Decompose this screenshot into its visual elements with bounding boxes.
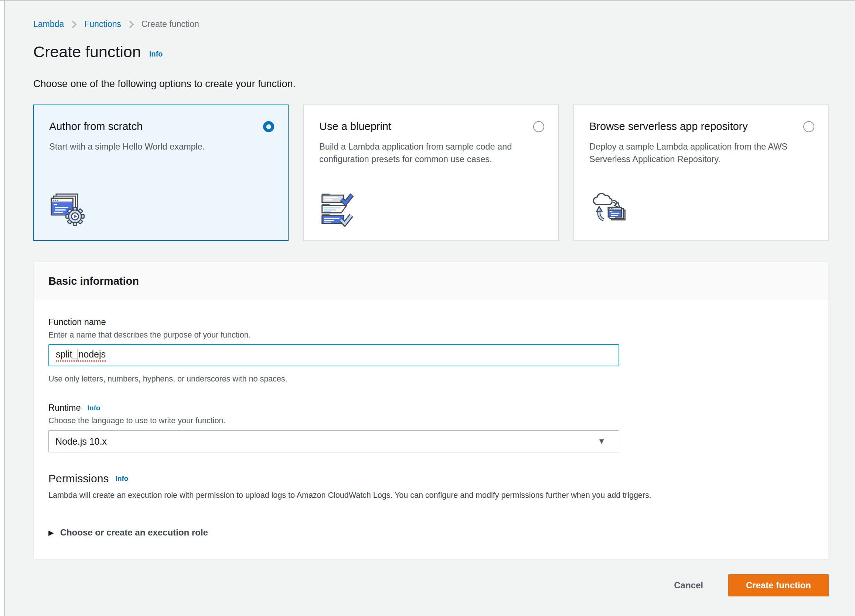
panel-body: Function name Enter a name that describe… bbox=[34, 300, 828, 559]
chevron-right-icon bbox=[71, 20, 77, 29]
card-title: Use a blueprint bbox=[319, 121, 391, 133]
permissions-info-link[interactable]: Info bbox=[115, 475, 128, 483]
page-subtitle: Choose one of the following options to c… bbox=[33, 78, 829, 90]
page-header: Create function Info bbox=[33, 43, 829, 61]
breadcrumb-current: Create function bbox=[141, 19, 199, 29]
create-function-button[interactable]: Create function bbox=[728, 574, 829, 596]
runtime-label: Runtime bbox=[48, 403, 81, 413]
title-info-link[interactable]: Info bbox=[149, 50, 163, 61]
card-use-a-blueprint[interactable]: Use a blueprint Build a Lambda applicati… bbox=[303, 104, 559, 241]
page-title: Create function bbox=[33, 43, 141, 61]
execution-role-expander-label: Choose or create an execution role bbox=[60, 527, 208, 538]
card-title: Browse serverless app repository bbox=[589, 121, 748, 133]
permissions-title: Permissions bbox=[48, 472, 109, 485]
cancel-button[interactable]: Cancel bbox=[672, 580, 705, 591]
code-window-gear-icon bbox=[49, 192, 274, 229]
expander-triangle-icon: ▶ bbox=[48, 529, 54, 537]
radio-author-from-scratch[interactable] bbox=[263, 121, 274, 132]
main-content: Lambda Functions Create function Create … bbox=[33, 1, 829, 596]
input-text-before-caret: split_ bbox=[56, 349, 77, 359]
function-name-label: Function name bbox=[48, 317, 814, 327]
function-name-hint: Use only letters, numbers, hyphens, or u… bbox=[48, 374, 814, 384]
create-function-page: Lambda Functions Create function Create … bbox=[0, 0, 855, 616]
panel-header: Basic information bbox=[34, 262, 828, 300]
dropdown-arrow-icon: ▼ bbox=[598, 437, 605, 446]
permissions-description: Lambda will create an execution role wit… bbox=[48, 491, 814, 500]
radio-use-a-blueprint[interactable] bbox=[533, 121, 544, 132]
blueprint-checklist-icon bbox=[319, 192, 544, 229]
card-browse-serverless-app-repository[interactable]: Browse serverless app repository Deploy … bbox=[573, 104, 829, 241]
permissions-section: Permissions Info Lambda will create an e… bbox=[48, 472, 814, 538]
collapsed-sidebar-edge bbox=[0, 1, 5, 616]
creation-option-cards: Author from scratch Start with a simple … bbox=[33, 104, 829, 241]
function-name-help: Enter a name that describes the purpose … bbox=[48, 330, 814, 340]
runtime-selected-value: Node.js 10.x bbox=[55, 436, 107, 447]
runtime-field: Runtime Info Choose the language to use … bbox=[48, 403, 814, 452]
basic-information-panel: Basic information Function name Enter a … bbox=[33, 261, 829, 559]
card-description: Deploy a sample Lambda application from … bbox=[589, 141, 814, 165]
input-text-after-caret: nodejs bbox=[78, 349, 106, 359]
card-description: Start with a simple Hello World example. bbox=[49, 141, 274, 153]
breadcrumb-functions[interactable]: Functions bbox=[84, 19, 121, 29]
breadcrumb: Lambda Functions Create function bbox=[33, 19, 829, 29]
card-description: Build a Lambda application from sample c… bbox=[319, 141, 544, 165]
execution-role-expander[interactable]: ▶ Choose or create an execution role bbox=[48, 527, 814, 538]
cloud-sync-window-icon bbox=[589, 192, 814, 229]
runtime-info-link[interactable]: Info bbox=[87, 404, 101, 412]
footer-actions: Cancel Create function bbox=[33, 574, 829, 596]
function-name-input[interactable]: split_nodejs bbox=[48, 344, 619, 366]
breadcrumb-lambda[interactable]: Lambda bbox=[33, 19, 64, 29]
panel-title: Basic information bbox=[48, 275, 139, 287]
runtime-select[interactable]: Node.js 10.x ▼ bbox=[48, 430, 619, 452]
radio-browse-serverless-app-repository[interactable] bbox=[803, 121, 814, 132]
card-author-from-scratch[interactable]: Author from scratch Start with a simple … bbox=[33, 104, 288, 241]
runtime-help: Choose the language to use to write your… bbox=[48, 416, 814, 425]
card-title: Author from scratch bbox=[49, 121, 142, 133]
chevron-right-icon bbox=[129, 20, 134, 29]
